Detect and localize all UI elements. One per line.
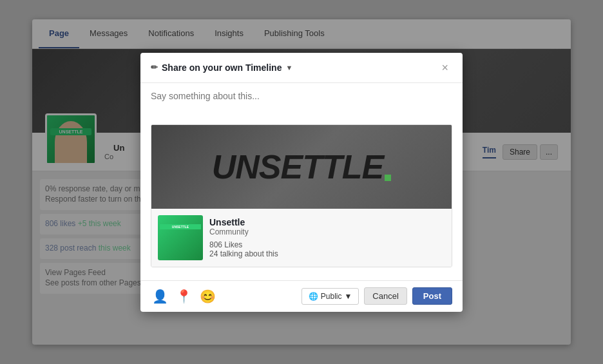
- globe-icon: 🌐: [309, 292, 318, 301]
- tag-person-icon[interactable]: 👤: [151, 287, 169, 305]
- preview-thumbnail: UNSETTLE: [158, 215, 203, 260]
- preview-card-cover: UNSETTLE: [151, 125, 452, 209]
- preview-card: UNSETTLE UNSETTLE Unsettle Community 806…: [151, 124, 452, 267]
- dropdown-arrow-icon: ▼: [285, 64, 292, 72]
- share-modal: ✏ Share on your own Timeline ▼ × UNSETTL…: [140, 53, 463, 312]
- preview-cover-text: UNSETTLE: [212, 148, 391, 186]
- preview-info-text: Unsettle Community 806 Likes 24 talking …: [209, 217, 445, 258]
- location-icon[interactable]: 📍: [175, 287, 193, 305]
- preview-stats: 806 Likes 24 talking about this: [209, 240, 445, 258]
- modal-footer: 👤 📍 😊 🌐 Public ▼ Cancel Post: [140, 280, 463, 312]
- modal-body: UNSETTLE UNSETTLE Unsettle Community 806…: [140, 83, 463, 280]
- preview-page-type: Community: [209, 227, 445, 236]
- post-button[interactable]: Post: [412, 287, 452, 305]
- close-button[interactable]: ×: [437, 61, 452, 75]
- modal-overlay: ✏ Share on your own Timeline ▼ × UNSETTL…: [0, 0, 603, 364]
- public-label: Public: [321, 292, 342, 301]
- public-dropdown-icon: ▼: [344, 292, 352, 301]
- preview-page-name: Unsettle: [209, 217, 445, 227]
- post-textarea[interactable]: [151, 91, 452, 117]
- modal-actions-left: 👤 📍 😊: [151, 287, 217, 305]
- emoji-icon[interactable]: 😊: [198, 287, 217, 305]
- modal-header: ✏ Share on your own Timeline ▼ ×: [140, 53, 463, 83]
- preview-thumb-label: UNSETTLE: [160, 224, 201, 229]
- edit-icon: ✏: [151, 62, 158, 72]
- preview-card-info: UNSETTLE Unsettle Community 806 Likes 24…: [151, 209, 452, 267]
- cancel-button[interactable]: Cancel: [364, 287, 407, 305]
- preview-likes: 806 Likes: [209, 240, 445, 249]
- share-option-label: Share on your own Timeline: [162, 62, 282, 73]
- share-dropdown[interactable]: ✏ Share on your own Timeline ▼: [151, 62, 292, 73]
- public-button[interactable]: 🌐 Public ▼: [302, 288, 359, 305]
- modal-actions-right: 🌐 Public ▼ Cancel Post: [302, 287, 452, 305]
- preview-talking: 24 talking about this: [209, 249, 445, 258]
